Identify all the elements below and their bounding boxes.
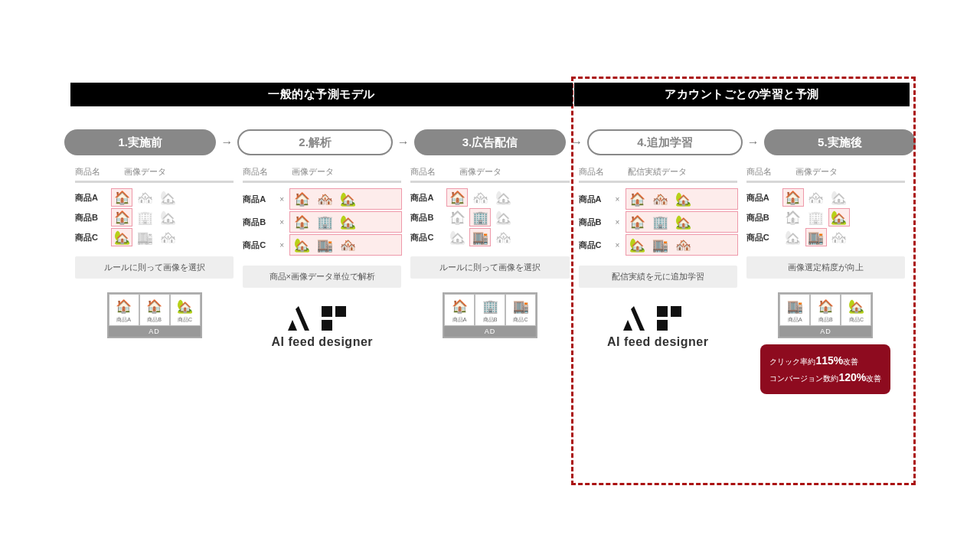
- house-icon: 🏡: [783, 229, 803, 246]
- arrow-icon: →: [566, 135, 587, 149]
- caption: 商品×画像データ単位で解析: [243, 266, 401, 288]
- house-icon: 🏘️: [674, 236, 694, 253]
- col-after: 商品名画像データ 商品A 🏠🏘️🏡 商品B 🏠🏢🏡 商品C 🏡🏬🏘️ 画像選定精…: [742, 166, 910, 394]
- row-b: 商品B 🏠🏢🏡: [410, 209, 569, 226]
- multiply-icon: ×: [279, 218, 286, 227]
- house-icon: 🏡: [628, 236, 648, 253]
- multiply-icon: ×: [616, 241, 622, 249]
- arrow-icon: →: [393, 135, 414, 149]
- house-icon: 🏡: [338, 191, 358, 207]
- columns: 商品名画像データ 商品A 🏠🏘️🏡 商品B 🏠🏢🏡 商品C 🏡🏬🏘️ ルールに則…: [70, 166, 910, 394]
- subhead-name: 商品名: [579, 166, 614, 178]
- row-c: 商品C 🏡🏬🏘️: [410, 229, 569, 246]
- house-icon: 🏘️: [493, 229, 513, 246]
- house-icon: 🏠: [449, 298, 469, 315]
- multiply-icon: ×: [616, 218, 622, 227]
- house-icon: 🏠: [145, 298, 165, 315]
- subhead-image: 画像データ: [292, 166, 401, 178]
- house-icon: 🏘️: [829, 229, 849, 246]
- ad-label: AD: [779, 326, 871, 337]
- house-icon: 🏬: [806, 229, 826, 246]
- house-icon: 🏡: [175, 298, 195, 315]
- house-icon: 🏡: [674, 191, 694, 207]
- svg-rect-5: [671, 306, 681, 317]
- divider: [410, 181, 569, 183]
- result-badge: クリック率約115%改善 コンバージョン数約120%改善: [760, 344, 890, 394]
- subhead-name: 商品名: [746, 166, 782, 178]
- house-icon: 🏠: [112, 189, 132, 206]
- row-c: 商品C× 🏡🏬🏘️: [243, 235, 401, 255]
- row-a: 商品A 🏠🏘️🏡: [410, 189, 569, 206]
- row-b: 商品B 🏠🏢🏡: [75, 209, 234, 226]
- step-flow: 1.実施前 → 2.解析 → 3.広告配信 → 4.追加学習 → 5.実施後: [64, 129, 916, 155]
- ai-feed-designer-logo: AI feed designer: [607, 305, 708, 349]
- row-a: 商品A× 🏠🏘️🏡: [243, 189, 401, 209]
- svg-rect-1: [322, 320, 332, 331]
- house-icon: 🏡: [447, 229, 467, 246]
- house-icon: 🏢: [806, 209, 826, 226]
- row-b: 商品B× 🏠🏢🏡: [243, 212, 401, 232]
- ad-label: AD: [109, 326, 201, 337]
- row-c: 商品C 🏡🏬🏘️: [75, 229, 234, 246]
- house-icon: 🏘️: [806, 189, 826, 206]
- house-icon: 🏡: [493, 209, 513, 226]
- house-icon: 🏠: [783, 189, 803, 206]
- subhead-name: 商品名: [75, 166, 110, 178]
- col-before: 商品名画像データ 商品A 🏠🏘️🏡 商品B 🏠🏢🏡 商品C 🏡🏬🏘️ ルールに則…: [70, 166, 238, 394]
- house-icon: 🏬: [785, 298, 805, 315]
- ai-feed-designer-logo: AI feed designer: [272, 305, 373, 349]
- svg-rect-4: [657, 320, 668, 331]
- step-1: 1.実施前: [64, 129, 216, 155]
- ad-preview: 🏠商品A 🏢商品B 🏬商品C AD: [443, 292, 537, 338]
- house-icon: 🏡: [292, 236, 312, 253]
- step-5: 5.実施後: [764, 129, 916, 155]
- header-general-model: 一般的な予測モデル: [70, 83, 573, 106]
- svg-rect-3: [657, 306, 668, 317]
- house-icon: 🏡: [829, 189, 849, 206]
- multiply-icon: ×: [616, 195, 622, 204]
- house-icon: 🏡: [674, 214, 694, 230]
- diagram: 一般的な予測モデル アカウントごとの学習と予測 1.実施前 → 2.解析 → 3…: [0, 0, 980, 551]
- house-icon: 🏠: [447, 189, 467, 206]
- svg-rect-0: [322, 306, 332, 317]
- house-icon: 🏡: [158, 189, 178, 206]
- col-analyze: 商品名画像データ 商品A× 🏠🏘️🏡 商品B× 🏠🏢🏡 商品C× 🏡🏬🏘️ 商品…: [238, 166, 406, 394]
- subhead-image: 画像データ: [124, 166, 234, 178]
- caption: ルールに則って画像を選択: [410, 256, 569, 279]
- house-icon: 🏘️: [135, 189, 155, 206]
- row-b: 商品B× 🏠🏢🏡: [579, 212, 737, 232]
- caption: 画像選定精度が向上: [746, 256, 905, 279]
- svg-rect-2: [335, 306, 346, 317]
- house-icon: 🏘️: [470, 189, 490, 206]
- house-icon: 🏢: [651, 214, 671, 230]
- divider: [243, 181, 401, 183]
- col-retrain: 商品名配信実績データ 商品A× 🏠🏘️🏡 商品B× 🏠🏢🏡 商品C× 🏡🏬🏘️ …: [574, 166, 742, 394]
- house-icon: 🏡: [338, 214, 358, 230]
- row-b: 商品B 🏠🏢🏡: [746, 209, 905, 226]
- house-icon: 🏬: [651, 236, 671, 253]
- subhead-perf: 配信実績データ: [628, 166, 737, 178]
- house-icon: 🏬: [511, 298, 531, 315]
- house-icon: 🏡: [493, 189, 513, 206]
- house-icon: 🏡: [158, 209, 178, 226]
- subhead-name: 商品名: [410, 166, 446, 178]
- ad-preview: 🏬商品A 🏠商品B 🏡商品C AD: [778, 292, 873, 338]
- caption: 配信実績を元に追加学習: [579, 266, 737, 288]
- house-icon: 🏬: [470, 229, 490, 246]
- house-icon: 🏠: [628, 191, 648, 207]
- step-3: 3.広告配信: [414, 129, 566, 155]
- house-icon: 🏠: [112, 209, 132, 226]
- house-icon: 🏘️: [338, 236, 358, 253]
- house-icon: 🏢: [470, 209, 490, 226]
- ad-preview: 🏠商品A 🏠商品B 🏡商品C AD: [107, 292, 202, 338]
- house-icon: 🏠: [114, 298, 134, 315]
- ad-label: AD: [444, 326, 536, 337]
- house-icon: 🏢: [480, 298, 500, 315]
- house-icon: 🏘️: [651, 191, 671, 207]
- house-icon: 🏘️: [158, 229, 178, 246]
- house-icon: 🏡: [112, 229, 132, 246]
- house-icon: 🏬: [135, 229, 155, 246]
- house-icon: 🏠: [292, 214, 312, 230]
- house-icon: 🏠: [783, 209, 803, 226]
- house-icon: 🏢: [315, 214, 335, 230]
